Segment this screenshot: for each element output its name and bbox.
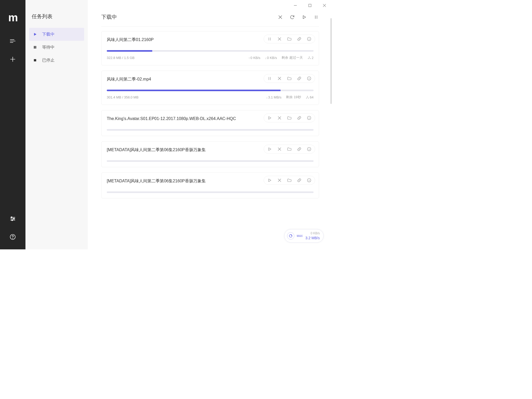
app-logo: m — [8, 11, 17, 24]
delete-task-button[interactable] — [277, 76, 282, 81]
open-folder-button[interactable] — [287, 115, 292, 121]
task-row[interactable]: The.King's.Avatar.S01.EP01-12.2017.1080p… — [101, 110, 319, 136]
plus-icon — [9, 56, 16, 63]
copy-link-button[interactable] — [297, 115, 302, 121]
svg-rect-6 — [35, 46, 36, 48]
delete-task-button[interactable] — [277, 178, 282, 183]
pause-icon — [33, 45, 37, 50]
global-upload-speed: 0 KB/s — [311, 231, 320, 236]
nav-rail: m — [0, 0, 25, 249]
task-download-speed: ↓3.1 MB/s — [266, 95, 282, 99]
task-progress — [107, 90, 314, 91]
svg-rect-7 — [34, 59, 36, 61]
task-size: 322.8 MB / 1.5 GB — [107, 56, 135, 60]
close-icon — [278, 15, 283, 20]
task-info-button[interactable] — [307, 36, 312, 42]
task-row[interactable]: 风味人间第二季01.2160P 322.8 MB / 1.5 GB ↑0 KB/… — [101, 31, 319, 65]
task-row[interactable]: [METADATA]风味人间第二季第06集2160P香肠万象集 — [101, 172, 319, 198]
task-progress — [107, 129, 314, 131]
close-button[interactable] — [321, 2, 328, 10]
sidebar-item-label: 等待中 — [42, 45, 55, 50]
resume-task-button[interactable] — [267, 147, 272, 152]
tasks-nav-button[interactable] — [7, 35, 18, 47]
svg-rect-8 — [309, 4, 311, 7]
copy-link-button[interactable] — [297, 36, 302, 42]
svg-point-4 — [12, 238, 13, 238]
pause-task-button[interactable] — [267, 36, 272, 42]
task-actions — [264, 74, 315, 83]
speed-spinner-icon — [287, 232, 294, 240]
add-task-button[interactable] — [7, 54, 18, 65]
pause-icon — [314, 15, 319, 20]
task-actions — [264, 35, 315, 43]
svg-point-1 — [13, 218, 14, 219]
task-info-button[interactable] — [307, 178, 312, 183]
open-folder-button[interactable] — [287, 147, 292, 152]
task-remaining: 剩余 超过一天 — [282, 55, 303, 60]
task-actions — [264, 176, 315, 185]
sidebar-item-stopped[interactable]: 已停止 — [29, 54, 84, 67]
help-icon — [9, 234, 16, 240]
speed-max-label: MAX — [297, 235, 303, 237]
play-icon — [302, 15, 307, 20]
task-upload-speed: ↑0 KB/s — [249, 56, 261, 60]
refresh-icon — [290, 15, 295, 20]
resume-task-button[interactable] — [267, 178, 272, 183]
settings-button[interactable] — [7, 213, 18, 224]
sliders-icon — [9, 215, 16, 222]
main-panel: 下载中 风味人间第二季01.2160P 322.8 MB / 1.5 GB ↑0… — [88, 0, 332, 249]
task-progress — [107, 50, 314, 52]
page-title: 下载中 — [101, 14, 117, 21]
task-row[interactable]: [METADATA]风味人间第二季第06集2160P香肠万象集 — [101, 141, 319, 167]
global-download-speed: 3.2 MB/s — [305, 236, 320, 240]
speed-bubble[interactable]: MAX 0 KB/s 3.2 MB/s — [284, 229, 324, 243]
sidebar-item-label: 已停止 — [42, 58, 55, 63]
copy-link-button[interactable] — [297, 178, 302, 183]
open-folder-button[interactable] — [287, 178, 292, 183]
sidebar: 任务列表 下载中 等待中 已停止 — [25, 0, 88, 249]
svg-rect-5 — [34, 46, 35, 48]
sidebar-item-label: 下载中 — [42, 32, 55, 37]
task-progress — [107, 191, 314, 193]
task-info-button[interactable] — [307, 147, 312, 152]
menu-icon — [9, 38, 16, 44]
task-info-button[interactable] — [307, 76, 312, 81]
sidebar-item-waiting[interactable]: 等待中 — [29, 41, 84, 54]
delete-task-button[interactable] — [277, 115, 282, 121]
scrollbar[interactable] — [330, 18, 332, 104]
copy-link-button[interactable] — [297, 147, 302, 152]
resume-all-button[interactable] — [301, 14, 307, 20]
task-info-button[interactable] — [307, 115, 312, 121]
svg-point-2 — [12, 220, 13, 221]
refresh-button[interactable] — [289, 14, 295, 20]
resume-task-button[interactable] — [267, 115, 272, 121]
clear-all-button[interactable] — [277, 14, 283, 20]
task-peers: 2 — [308, 56, 314, 60]
sidebar-item-downloading[interactable]: 下载中 — [29, 28, 84, 41]
window-controls — [292, 2, 328, 10]
task-remaining: 剩余 19秒 — [286, 95, 301, 99]
task-stats: 322.8 MB / 1.5 GB ↑0 KB/s ↓0 KB/s 剩余 超过一… — [107, 55, 314, 60]
help-button[interactable] — [7, 231, 18, 243]
sidebar-title: 任务列表 — [29, 13, 84, 28]
task-list: 风味人间第二季01.2160P 322.8 MB / 1.5 GB ↑0 KB/… — [88, 26, 332, 249]
task-download-speed: ↓0 KB/s — [265, 56, 277, 60]
delete-task-button[interactable] — [277, 36, 282, 42]
task-peers: 64 — [306, 95, 314, 99]
delete-task-button[interactable] — [277, 147, 282, 152]
svg-point-0 — [11, 217, 12, 218]
task-size: 301.4 MB / 358.0 MB — [107, 95, 138, 99]
open-folder-button[interactable] — [287, 36, 292, 42]
play-icon — [33, 32, 37, 37]
minimize-button[interactable] — [292, 2, 299, 10]
stop-icon — [33, 58, 37, 63]
task-actions — [264, 145, 315, 154]
task-row[interactable]: 风味人间第二季-02.mp4 301.4 MB / 358.0 MB ↓3.1 … — [101, 71, 319, 105]
task-progress — [107, 160, 314, 162]
open-folder-button[interactable] — [287, 76, 292, 81]
pause-task-button[interactable] — [267, 76, 272, 81]
maximize-button[interactable] — [307, 2, 313, 10]
pause-all-button[interactable] — [313, 14, 319, 20]
copy-link-button[interactable] — [297, 76, 302, 81]
task-actions — [264, 114, 315, 122]
